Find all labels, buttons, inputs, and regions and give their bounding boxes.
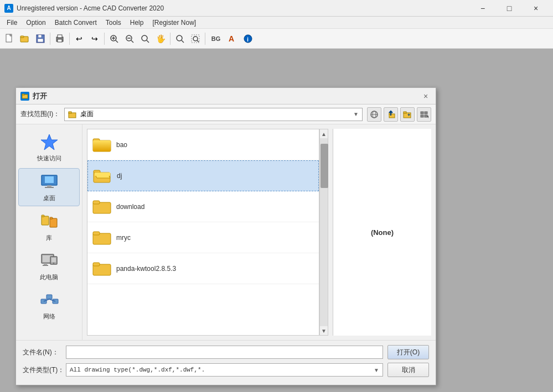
undo-button[interactable]: ↩ — [72, 32, 86, 46]
zoom-out-button[interactable] — [122, 32, 137, 46]
folder-icon — [92, 197, 112, 217]
minimize-button[interactable]: − — [470, 0, 495, 17]
nav-new-folder-button[interactable]: + — [400, 107, 415, 122]
svg-point-60 — [53, 263, 54, 264]
special-a-button[interactable]: A — [225, 32, 240, 46]
sidebar-item-desktop[interactable]: 桌面 — [18, 168, 80, 206]
menu-option[interactable]: Option — [22, 17, 50, 29]
preview-text: (None) — [371, 228, 394, 237]
print-button[interactable] — [53, 32, 67, 46]
svg-rect-4 — [20, 36, 24, 38]
separator-5 — [205, 33, 205, 45]
svg-rect-57 — [43, 265, 48, 266]
sidebar-item-computer[interactable]: 此电脑 — [18, 248, 80, 285]
maximize-button[interactable]: □ — [497, 0, 522, 17]
list-item[interactable]: mryc — [87, 222, 319, 253]
dialog-title-bar: 打开 × — [16, 88, 436, 104]
svg-rect-47 — [45, 176, 54, 183]
svg-rect-50 — [42, 216, 49, 225]
location-label: 查找范围(I)： — [20, 109, 60, 119]
dialog-toolbar: 查找范围(I)： 桌面 ▼ + — [16, 104, 436, 124]
location-combo[interactable]: 桌面 ▼ — [64, 108, 363, 121]
open-button[interactable] — [18, 32, 32, 46]
folder-open-icon — [92, 166, 112, 186]
svg-line-24 — [197, 40, 199, 42]
scrollbar[interactable]: ▲ ▼ — [319, 129, 328, 336]
quick-access-label: 快速访问 — [37, 154, 61, 163]
pan-button[interactable]: 🖐 — [153, 32, 168, 46]
new-button[interactable] — [2, 32, 17, 46]
svg-text:▼: ▼ — [426, 114, 428, 119]
scroll-track[interactable] — [320, 138, 328, 326]
separator-1 — [50, 33, 50, 45]
window-controls: − □ × — [470, 0, 549, 17]
computer-label: 此电脑 — [40, 273, 58, 281]
svg-point-20 — [177, 35, 182, 41]
close-button[interactable]: × — [523, 0, 549, 17]
svg-rect-7 — [38, 39, 43, 42]
separator-3 — [104, 33, 105, 45]
desktop-label: 桌面 — [43, 194, 55, 202]
bg-button[interactable]: BG — [208, 32, 224, 46]
location-arrow-icon: ▼ — [353, 111, 359, 117]
dialog-footer: 文件名(N)： 打开(O) 文件类型(T)： All drawing type(… — [16, 340, 436, 385]
filename-input[interactable] — [66, 346, 383, 359]
menu-file[interactable]: File — [2, 17, 22, 29]
folder-icon — [92, 259, 112, 279]
save-button[interactable] — [33, 32, 48, 46]
filetype-row: 文件类型(T)： All drawing type(*.dwg,*.dxf,*.… — [23, 363, 429, 377]
filetype-arrow-icon: ▼ — [374, 367, 379, 373]
menu-batch-convert[interactable]: Batch Convert — [50, 17, 101, 29]
file-name: panda-kwtool2.8.5.3 — [116, 265, 176, 273]
dialog-icon — [20, 92, 29, 101]
scroll-thumb[interactable] — [321, 144, 328, 188]
zoom-fit-button[interactable] — [138, 32, 152, 46]
scroll-down-arrow[interactable]: ▼ — [319, 326, 328, 335]
svg-marker-45 — [41, 134, 58, 150]
folder-icon — [92, 228, 112, 248]
svg-rect-51 — [42, 215, 44, 217]
network-icon — [39, 290, 59, 310]
svg-rect-9 — [58, 35, 62, 38]
info-button[interactable]: i — [241, 32, 255, 46]
zoom-window-button[interactable] — [173, 32, 187, 46]
svg-rect-72 — [95, 173, 110, 176]
zoom-extents-button[interactable] — [188, 32, 203, 46]
dialog-close-button[interactable]: × — [420, 91, 431, 102]
list-item[interactable]: dj — [87, 160, 319, 191]
file-name: dj — [117, 172, 122, 180]
nav-up-button[interactable] — [384, 107, 398, 122]
list-item[interactable]: bao — [87, 129, 319, 160]
redo-button[interactable]: ↪ — [87, 32, 102, 46]
filename-row: 文件名(N)： 打开(O) — [23, 345, 429, 359]
cancel-button[interactable]: 取消 — [387, 363, 429, 377]
sidebar-item-quick-access[interactable]: 快速访问 — [18, 129, 80, 166]
nav-view-button[interactable]: ▼ — [417, 107, 431, 122]
folder-icon — [92, 135, 112, 155]
sidebar-item-network[interactable]: 网络 — [18, 287, 80, 324]
svg-rect-41 — [425, 112, 427, 114]
open-button[interactable]: 打开(O) — [387, 345, 429, 359]
scroll-up-arrow[interactable]: ▲ — [319, 129, 328, 138]
menu-tools[interactable]: Tools — [101, 17, 126, 29]
svg-text:+: + — [407, 112, 410, 118]
list-item[interactable]: panda-kwtool2.8.5.3 — [87, 253, 319, 284]
menu-bar: File Option Batch Convert Tools Help [Re… — [0, 17, 553, 29]
nav-web-button[interactable] — [367, 107, 381, 122]
open-dialog: 打开 × 查找范围(I)： 桌面 ▼ — [15, 87, 436, 385]
library-label: 库 — [46, 234, 52, 242]
filename-label: 文件名(N)： — [23, 348, 61, 357]
zoom-in-button[interactable] — [107, 32, 121, 46]
menu-help[interactable]: Help — [126, 17, 148, 29]
filetype-label: 文件类型(T)： — [23, 365, 61, 375]
separator-4 — [170, 33, 170, 45]
svg-line-12 — [116, 40, 118, 43]
title-bar: A Unregistered version - Acme CAD Conver… — [0, 0, 553, 17]
list-item[interactable]: download — [87, 191, 319, 222]
menu-register[interactable]: [Register Now] — [148, 17, 200, 29]
filetype-combo[interactable]: All drawing type(*.dwg,*.dxf,*.dwf,*. ▼ — [66, 363, 383, 377]
sidebar-item-library[interactable]: 库 — [18, 208, 80, 245]
svg-rect-40 — [421, 112, 423, 114]
file-name: download — [116, 203, 144, 211]
svg-rect-76 — [93, 232, 100, 235]
